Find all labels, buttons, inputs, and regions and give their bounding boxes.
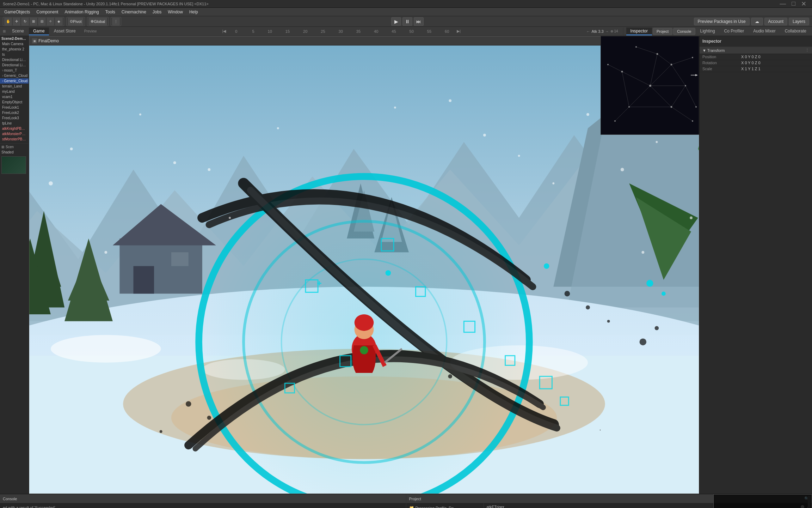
menu-tools[interactable]: Tools <box>103 9 118 15</box>
tree-processing[interactable]: 📁 Processing Profile_De <box>408 505 482 508</box>
svg-point-69 <box>207 416 211 420</box>
hierarchy-item-freelook1[interactable]: FreeLook1 <box>0 105 29 110</box>
svg-point-52 <box>208 168 210 171</box>
tab-collaborate[interactable]: Collaborate <box>781 28 811 35</box>
svg-point-72 <box>607 320 610 323</box>
step-button[interactable]: ⏭ <box>414 17 424 26</box>
pause-button[interactable]: ⏸ <box>402 17 412 26</box>
window-icon: ▣ <box>32 38 37 43</box>
layers-button[interactable]: Layers <box>789 18 809 25</box>
hierarchy-item-atkmonster[interactable]: atkMonsterPBRDe <box>0 131 29 137</box>
watermark <box>600 430 601 430</box>
toolbar: ✋ ✛ ↻ ⊞ ⊟ ✧ ◈ ⊙ Pivot ⊕ Global ⋮ ▶ ⏸ ⏭ P… <box>0 16 812 27</box>
hierarchy-item-cloud2[interactable]: ›Generic_Cloud <box>0 78 29 84</box>
svg-point-68 <box>186 401 191 407</box>
move-tool[interactable]: ✛ <box>13 18 20 25</box>
custom-tool[interactable]: ◈ <box>55 18 63 25</box>
bottom-panels: Console ed with a result of 'Succeeded' … <box>0 494 812 508</box>
maximize-button[interactable]: □ <box>789 0 798 7</box>
tab-scene[interactable]: Scene <box>8 28 28 35</box>
hierarchy-item-myland[interactable]: myLand <box>0 89 29 94</box>
hierarchy-item-dirlight[interactable]: Directional Light <box>0 57 29 62</box>
menu-cinemachine[interactable]: Cinemachine <box>119 9 149 15</box>
hierarchy-item-empty[interactable]: EmptyObject <box>0 99 29 105</box>
hierarchy-item-freelook2[interactable]: FreeLook2 <box>0 110 29 115</box>
preview-packages-button[interactable]: Preview Packages in Use <box>694 18 750 25</box>
menu-component[interactable]: Component <box>33 9 61 15</box>
tab-project[interactable]: Project <box>653 28 672 35</box>
play-controls: ▶ ⏸ ⏭ <box>391 17 424 26</box>
svg-point-105 <box>692 57 693 58</box>
inspector-position: Position X 0 Y 0 Z 0 <box>700 54 812 60</box>
game-view[interactable]: ▣ FinalDemo — □ ✕ <box>29 36 699 494</box>
inspector-scale: Scale X 1 Y 1 Z 1 <box>700 66 812 72</box>
tab-console[interactable]: Console <box>673 28 695 35</box>
svg-point-55 <box>518 155 520 157</box>
menu-help[interactable]: Help <box>186 9 201 15</box>
transform-tools: ✋ ✛ ↻ ⊞ ⊟ ✧ ◈ <box>3 17 64 26</box>
scene-viewport[interactable] <box>29 46 699 494</box>
account-button[interactable]: Account <box>764 18 787 25</box>
tab-audio-mixer[interactable]: Audio Mixer <box>749 28 780 35</box>
hierarchy-item-moon[interactable]: ›moon_T <box>0 68 29 73</box>
play-button[interactable]: ▶ <box>391 17 401 26</box>
title-bar: Scene2-Demo1 - PC, Mac & Linux Standalon… <box>0 0 812 8</box>
inspector-panel: Inspector ▼ Transform ⋮ Position X 0 Y 0… <box>699 36 812 494</box>
svg-point-101 <box>685 85 686 86</box>
scale-tool[interactable]: ⊞ <box>30 18 37 25</box>
inspector-transform-header[interactable]: ▼ Transform ⋮ <box>700 47 812 54</box>
tab-lighting[interactable]: Lighting <box>696 28 719 35</box>
hierarchy-item-scene[interactable]: Scene2-Demo1* <box>0 36 29 41</box>
hierarchy-item-vcam[interactable]: vcam1 <box>0 94 29 99</box>
svg-point-59 <box>229 217 231 219</box>
hierarchy-item-atkknight[interactable]: atkKnightPBRdefa <box>0 126 29 131</box>
hierarchy-item-ts[interactable]: ts <box>0 52 29 57</box>
title-text: Scene2-Demo1 - PC, Mac & Linux Standalon… <box>3 2 209 6</box>
cloud-button[interactable]: ☁ <box>751 18 763 25</box>
svg-point-62 <box>49 181 53 186</box>
hand-tool[interactable]: ✋ <box>4 18 12 25</box>
hierarchy-item-freelook3[interactable]: FreeLook3 <box>0 115 29 121</box>
close-button[interactable]: ✕ <box>798 0 809 8</box>
svg-point-49 <box>360 346 368 354</box>
pivot-button[interactable]: ⊙ Pivot <box>68 18 84 25</box>
svg-point-107 <box>692 120 693 122</box>
hierarchy-item-terrain[interactable]: terrain_Land <box>0 84 29 89</box>
svg-point-73 <box>565 291 570 297</box>
minimize-button[interactable]: — <box>777 0 789 7</box>
svg-point-74 <box>448 374 452 379</box>
rect-tool[interactable]: ⊟ <box>38 18 46 25</box>
svg-point-75 <box>640 338 647 345</box>
console-message: ed with a result of 'Succeeded' <box>0 503 406 508</box>
svg-point-67 <box>394 107 396 109</box>
global-button[interactable]: ⊕ Global <box>88 18 107 25</box>
watermark-overlay: 迅捷屏幕录 www.xunjiesha <box>713 494 812 508</box>
transform-tool[interactable]: ✧ <box>47 18 54 25</box>
hierarchy-item-camera[interactable]: Main Camera <box>0 41 29 47</box>
inspector-rotation: Rotation X 0 Y 0 Z 0 <box>700 60 812 66</box>
grid-button[interactable]: ⋮ <box>112 18 120 25</box>
menu-animation-rigging[interactable]: Animation Rigging <box>62 9 102 15</box>
menu-bar: GameObjects Component Animation Rigging … <box>0 8 812 16</box>
svg-point-111 <box>635 46 637 48</box>
hierarchy-item-phoenix[interactable]: the_phoenix 2 <box>0 47 29 52</box>
hierarchy-item-dirlight1[interactable]: Directional Light (1) <box>0 62 29 68</box>
hierarchy-item-cloud1[interactable]: ›Generic_Cloud <box>0 73 29 78</box>
menu-jobs[interactable]: Jobs <box>150 9 164 15</box>
extra-tool-group: ⋮ <box>111 17 121 26</box>
hierarchy-item-tpline[interactable]: tpLine <box>0 121 29 126</box>
menu-gameobjects[interactable]: GameObjects <box>1 9 33 15</box>
menu-window[interactable]: Window <box>165 9 186 15</box>
svg-rect-16 <box>133 266 154 294</box>
hierarchy-item-stmonster[interactable]: stMonsterPBRDe <box>0 137 29 142</box>
svg-point-109 <box>607 64 609 65</box>
tab-profiler[interactable]: Co Profiler <box>720 28 749 35</box>
tab-game[interactable]: Game <box>29 28 49 35</box>
tab-inspector[interactable]: Inspector <box>626 28 652 35</box>
tab-asset-store[interactable]: Asset Store <box>50 28 80 35</box>
rotate-tool[interactable]: ↻ <box>21 18 29 25</box>
svg-point-99 <box>649 85 651 87</box>
game-window-titlebar: ▣ FinalDemo — □ ✕ <box>29 36 699 46</box>
svg-point-57 <box>656 141 658 143</box>
svg-rect-17 <box>171 252 189 266</box>
